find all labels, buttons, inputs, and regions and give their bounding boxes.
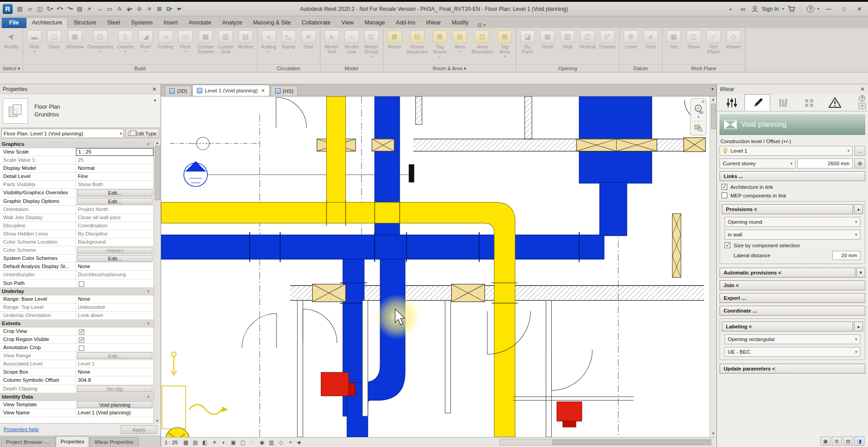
collapse-arrow-icon[interactable]: ◂ (726, 5, 735, 14)
dormer-button[interactable]: ◸Dormer (597, 29, 618, 51)
measure-icon[interactable]: ∕▾ (85, 5, 94, 14)
set-plane-button[interactable]: ▦Set (664, 29, 684, 51)
scroll-down-icon[interactable]: ▼ (156, 419, 159, 423)
property-value[interactable]: None (76, 368, 153, 376)
property-value[interactable]: Fine (76, 173, 153, 180)
layout-icon[interactable]: ⧉ (832, 437, 842, 446)
opening-wall-button[interactable]: ▥Wall (558, 29, 577, 51)
properties-scrollbar[interactable]: ▲ ▼ (153, 140, 161, 423)
help-icon[interactable]: ? (807, 5, 814, 13)
roof-button[interactable]: ◢Roof▾ (136, 29, 156, 55)
undo-icon[interactable]: ↶▾ (55, 5, 64, 14)
area-boundary-button[interactable]: ⊡Area Boundary (470, 29, 495, 56)
level-button[interactable]: ⊕Level (621, 29, 641, 51)
save-icon[interactable]: ◫ (35, 5, 44, 14)
scrollbar-thumb[interactable] (552, 440, 711, 445)
view-tab-3d[interactable]: {3D} (165, 86, 191, 96)
lateral-distance-input[interactable]: 20 mm (832, 251, 860, 260)
property-value[interactable]: Look down (76, 312, 153, 319)
default-3d-view-icon[interactable]: ◈▾ (125, 5, 134, 14)
railing-button[interactable]: ≡Railing▾ (259, 29, 279, 55)
type-preview[interactable]: Floor Plan Grundriss ▾ (0, 94, 161, 128)
text-icon[interactable]: A (115, 5, 124, 14)
property-value[interactable]: 25 (76, 156, 153, 164)
edit-type-button[interactable]: Edit Type (125, 129, 159, 138)
dropdown-arrow-icon[interactable]: ▾ (71, 7, 73, 11)
dropdown-arrow-icon[interactable]: ▾ (504, 55, 506, 58)
panel-tab-properties[interactable]: Properties (56, 436, 89, 447)
checkbox-unchecked-icon[interactable] (79, 346, 84, 351)
ribbon-tab-annotate[interactable]: Annotate (183, 18, 217, 28)
temporary-view-properties-icon[interactable]: ▥ (267, 438, 276, 446)
mep-in-link-checkbox[interactable]: MEP components in link (717, 192, 868, 198)
property-value[interactable]: Project North (76, 206, 153, 213)
reveal-hidden-elements-icon[interactable]: ◉ (258, 438, 266, 446)
dropdown-arrow-icon[interactable]: ▾ (130, 7, 132, 11)
update-parameters-header[interactable]: Update parameters < (720, 364, 865, 374)
type-selector-dropdown[interactable]: Floor Plan: Level 1 (Void planning) ▾ (1, 129, 124, 138)
property-value[interactable]: Clean all wall joins (76, 214, 153, 221)
print-icon[interactable]: ▤ (75, 5, 84, 14)
tag-room-button[interactable]: ⊠Tag Room▾ (430, 29, 450, 60)
view-tab-hs[interactable]: {HS} (271, 86, 298, 96)
crop-view-icon[interactable]: ▣ (229, 438, 238, 446)
property-value[interactable]: None (76, 263, 153, 270)
property-value-button[interactable]: Edit... (77, 189, 153, 196)
tag-area-button[interactable]: ⊠Tag Area▾ (495, 29, 515, 60)
modify-panel-icon[interactable]: ⊡ (477, 22, 482, 28)
checkbox-unchecked-icon[interactable] (721, 192, 727, 198)
linear-close-icon[interactable]: ✕ (860, 86, 865, 92)
worksharing-display-icon[interactable]: ◇ (277, 438, 285, 446)
model-canvas[interactable]: ⊗ 2D ▾ ▲ ▼ (161, 96, 716, 437)
property-value[interactable]: Coordination (76, 222, 153, 230)
dropdown-arrow-icon[interactable]: ▾ (439, 55, 441, 58)
collapse-up-icon[interactable]: ▲ (854, 322, 863, 332)
dropdown-arrow-icon[interactable]: ▾ (51, 7, 53, 11)
ribbon-tab-modify[interactable]: Modify (446, 18, 474, 28)
section-header-extents[interactable]: Extents∧ (0, 320, 153, 327)
column-button[interactable]: ▯Column▾ (115, 29, 136, 55)
grid-button[interactable]: #Grid (641, 29, 661, 51)
scrollbar-thumb[interactable] (155, 146, 160, 200)
collapse-up-icon[interactable]: ▲ (854, 204, 863, 214)
provisions-section-header[interactable]: Provisions < (722, 204, 853, 214)
collapse-icon[interactable]: ∧ (147, 142, 152, 146)
scroll-down-icon[interactable]: ▼ (711, 431, 715, 437)
tag-by-category-icon[interactable]: ▭ (105, 5, 114, 14)
ribbon-tab-analyze[interactable]: Analyze (217, 18, 248, 28)
scrollbar-thumb[interactable] (711, 104, 716, 129)
dropdown-arrow-icon[interactable]: ▾ (170, 7, 172, 11)
property-value-button[interactable]: Edit... (77, 198, 153, 205)
links-section-header[interactable]: Links ... (720, 171, 865, 181)
door-button[interactable]: ◻Door (44, 29, 64, 51)
crop-region-visibility-icon[interactable]: ▢ (239, 438, 247, 446)
ribbon-tab-massing-site[interactable]: Massing & Site (248, 18, 296, 28)
property-value[interactable]: By Discipline (76, 230, 153, 238)
ribbon-group-label[interactable]: Select ▾ (1, 64, 21, 72)
panel-tab-linear-properties[interactable]: liNear Properties (90, 437, 138, 447)
property-value[interactable]: None (76, 295, 153, 303)
tab-components[interactable] (796, 94, 822, 111)
close-button[interactable]: ✕ (854, 5, 865, 14)
shadows-icon[interactable]: ◐ (220, 438, 228, 446)
main-duct-blue-horizontal[interactable] (161, 232, 604, 262)
properties-dialog-icon[interactable]: ▤ (15, 5, 24, 14)
collapse-icon[interactable]: ∧ (147, 289, 152, 293)
checkbox-checked-icon[interactable] (79, 337, 84, 343)
architecture-in-link-checkbox[interactable]: Architecture in link (717, 184, 868, 190)
by-face-button[interactable]: ◪By Face (518, 29, 538, 56)
view-scale-button[interactable]: 1 : 25 (164, 440, 181, 445)
type-preview-dropdown-icon[interactable]: ▾ (152, 97, 158, 104)
property-value[interactable]: Level 1 (Void planning) (76, 409, 153, 417)
redo-icon[interactable]: ↷▾ (65, 5, 74, 14)
apply-button[interactable]: Apply (121, 425, 157, 434)
steering-wheel-2d-icon[interactable]: 2D (693, 104, 704, 114)
checkbox-checked-icon[interactable] (79, 329, 84, 335)
temporary-hide-isolate-icon[interactable]: ◌ (248, 438, 257, 446)
dropdown-arrow-icon[interactable]: ▾ (180, 7, 181, 11)
collapse-icon[interactable]: ∧ (147, 321, 152, 326)
panel-tab-project-browser-[interactable]: Project Browser -... (1, 437, 55, 447)
dropdown-arrow-icon[interactable]: ▾ (33, 50, 35, 53)
ribbon-tab-insert[interactable]: Insert (158, 18, 183, 28)
dock-icon[interactable]: ▣ (820, 437, 830, 446)
